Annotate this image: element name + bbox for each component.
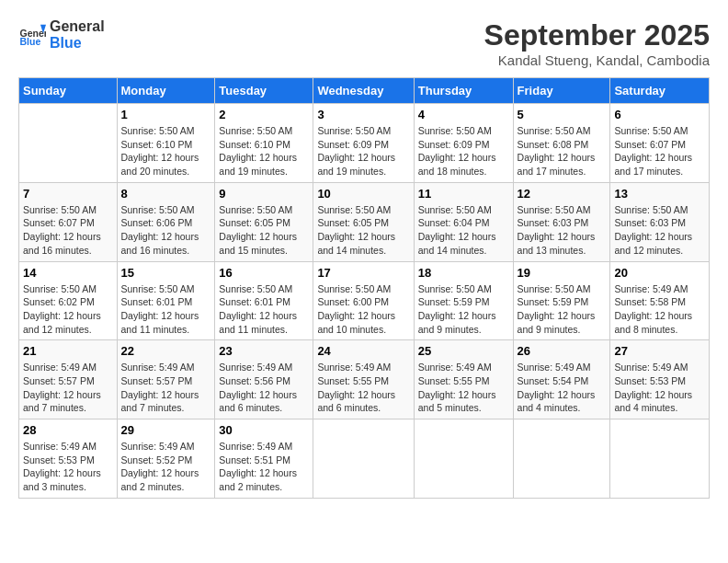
calendar-cell: 4Sunrise: 5:50 AM Sunset: 6:09 PM Daylig… <box>414 104 513 183</box>
calendar-cell: 5Sunrise: 5:50 AM Sunset: 6:08 PM Daylig… <box>513 104 610 183</box>
day-header-thursday: Thursday <box>414 78 513 104</box>
day-number: 4 <box>418 108 509 121</box>
calendar-week-row: 28Sunrise: 5:49 AM Sunset: 5:53 PM Dayli… <box>19 419 710 499</box>
calendar-cell: 8Sunrise: 5:50 AM Sunset: 6:06 PM Daylig… <box>117 182 215 261</box>
day-number: 19 <box>518 266 607 280</box>
calendar-cell: 28Sunrise: 5:49 AM Sunset: 5:53 PM Dayli… <box>19 419 118 499</box>
calendar-cell: 15Sunrise: 5:50 AM Sunset: 6:01 PM Dayli… <box>117 261 215 340</box>
day-info: Sunrise: 5:50 AM Sunset: 5:59 PM Dayligh… <box>418 282 509 337</box>
day-number: 11 <box>418 187 509 201</box>
calendar-week-row: 14Sunrise: 5:50 AM Sunset: 6:02 PM Dayli… <box>19 261 710 340</box>
day-number: 18 <box>418 266 509 280</box>
calendar-cell <box>513 419 610 499</box>
day-info: Sunrise: 5:49 AM Sunset: 5:52 PM Dayligh… <box>121 440 211 494</box>
day-number: 23 <box>219 344 309 358</box>
calendar-week-row: 1Sunrise: 5:50 AM Sunset: 6:10 PM Daylig… <box>19 104 710 183</box>
location-title: Kandal Stueng, Kandal, Cambodia <box>484 52 710 68</box>
day-number: 12 <box>518 187 607 201</box>
logo-icon: General Blue <box>18 21 46 49</box>
day-info: Sunrise: 5:49 AM Sunset: 5:57 PM Dayligh… <box>23 361 113 415</box>
calendar-cell: 12Sunrise: 5:50 AM Sunset: 6:03 PM Dayli… <box>513 182 610 261</box>
day-header-tuesday: Tuesday <box>215 78 313 104</box>
day-info: Sunrise: 5:50 AM Sunset: 6:09 PM Dayligh… <box>317 124 409 178</box>
day-number: 15 <box>121 266 211 280</box>
day-info: Sunrise: 5:50 AM Sunset: 6:03 PM Dayligh… <box>518 203 607 258</box>
calendar-cell: 26Sunrise: 5:49 AM Sunset: 5:54 PM Dayli… <box>513 340 610 419</box>
calendar-cell: 29Sunrise: 5:49 AM Sunset: 5:52 PM Dayli… <box>117 419 215 499</box>
day-header-wednesday: Wednesday <box>313 78 414 104</box>
calendar-cell: 14Sunrise: 5:50 AM Sunset: 6:02 PM Dayli… <box>19 261 118 340</box>
calendar-cell: 1Sunrise: 5:50 AM Sunset: 6:10 PM Daylig… <box>117 104 215 183</box>
calendar-cell: 20Sunrise: 5:49 AM Sunset: 5:58 PM Dayli… <box>610 261 710 340</box>
day-info: Sunrise: 5:50 AM Sunset: 6:07 PM Dayligh… <box>614 124 705 178</box>
day-number: 20 <box>614 266 705 280</box>
day-info: Sunrise: 5:50 AM Sunset: 6:05 PM Dayligh… <box>317 203 409 258</box>
day-info: Sunrise: 5:49 AM Sunset: 5:55 PM Dayligh… <box>418 361 509 415</box>
calendar-cell: 27Sunrise: 5:49 AM Sunset: 5:53 PM Dayli… <box>610 340 710 419</box>
day-info: Sunrise: 5:49 AM Sunset: 5:51 PM Dayligh… <box>219 440 309 494</box>
calendar-cell: 18Sunrise: 5:50 AM Sunset: 5:59 PM Dayli… <box>414 261 513 340</box>
day-number: 8 <box>121 187 211 201</box>
day-number: 21 <box>23 344 113 358</box>
calendar-header-row: SundayMondayTuesdayWednesdayThursdayFrid… <box>19 78 710 104</box>
day-info: Sunrise: 5:49 AM Sunset: 5:58 PM Dayligh… <box>614 282 705 337</box>
day-number: 14 <box>23 266 113 280</box>
day-number: 22 <box>121 344 211 358</box>
day-info: Sunrise: 5:50 AM Sunset: 6:04 PM Dayligh… <box>418 203 509 258</box>
day-info: Sunrise: 5:50 AM Sunset: 6:08 PM Dayligh… <box>518 124 607 178</box>
day-info: Sunrise: 5:49 AM Sunset: 5:53 PM Dayligh… <box>23 440 113 494</box>
title-area: September 2025 Kandal Stueng, Kandal, Ca… <box>484 18 710 68</box>
day-info: Sunrise: 5:50 AM Sunset: 6:10 PM Dayligh… <box>219 124 309 178</box>
day-number: 29 <box>121 423 211 437</box>
day-number: 6 <box>614 108 705 121</box>
day-number: 17 <box>317 266 409 280</box>
calendar-week-row: 21Sunrise: 5:49 AM Sunset: 5:57 PM Dayli… <box>19 340 710 419</box>
calendar-cell: 30Sunrise: 5:49 AM Sunset: 5:51 PM Dayli… <box>215 419 313 499</box>
day-number: 1 <box>121 108 211 121</box>
calendar-cell: 13Sunrise: 5:50 AM Sunset: 6:03 PM Dayli… <box>610 182 710 261</box>
calendar-cell: 23Sunrise: 5:49 AM Sunset: 5:56 PM Dayli… <box>215 340 313 419</box>
calendar-cell: 16Sunrise: 5:50 AM Sunset: 6:01 PM Dayli… <box>215 261 313 340</box>
calendar-cell: 19Sunrise: 5:50 AM Sunset: 5:59 PM Dayli… <box>513 261 610 340</box>
day-info: Sunrise: 5:49 AM Sunset: 5:54 PM Dayligh… <box>518 361 607 415</box>
day-number: 27 <box>614 344 705 358</box>
day-number: 10 <box>317 187 409 201</box>
day-number: 7 <box>23 187 113 201</box>
day-number: 5 <box>518 108 607 121</box>
logo: General Blue General Blue <box>18 18 105 51</box>
day-header-monday: Monday <box>117 78 215 104</box>
day-number: 30 <box>219 423 309 437</box>
calendar-cell: 7Sunrise: 5:50 AM Sunset: 6:07 PM Daylig… <box>19 182 118 261</box>
calendar-cell <box>19 104 118 183</box>
calendar-cell: 3Sunrise: 5:50 AM Sunset: 6:09 PM Daylig… <box>313 104 414 183</box>
calendar-cell <box>610 419 710 499</box>
day-header-friday: Friday <box>513 78 610 104</box>
day-number: 3 <box>317 108 409 121</box>
day-info: Sunrise: 5:50 AM Sunset: 6:01 PM Dayligh… <box>121 282 211 337</box>
month-title: September 2025 <box>484 18 710 52</box>
svg-text:Blue: Blue <box>20 36 41 47</box>
day-info: Sunrise: 5:50 AM Sunset: 6:06 PM Dayligh… <box>121 203 211 258</box>
day-info: Sunrise: 5:49 AM Sunset: 5:53 PM Dayligh… <box>614 361 705 415</box>
day-info: Sunrise: 5:49 AM Sunset: 5:56 PM Dayligh… <box>219 361 309 415</box>
day-info: Sunrise: 5:49 AM Sunset: 5:55 PM Dayligh… <box>317 361 409 415</box>
day-info: Sunrise: 5:50 AM Sunset: 5:59 PM Dayligh… <box>518 282 607 337</box>
day-number: 25 <box>418 344 509 358</box>
calendar-cell: 25Sunrise: 5:49 AM Sunset: 5:55 PM Dayli… <box>414 340 513 419</box>
calendar-cell <box>313 419 414 499</box>
day-number: 13 <box>614 187 705 201</box>
calendar-cell: 10Sunrise: 5:50 AM Sunset: 6:05 PM Dayli… <box>313 182 414 261</box>
day-number: 28 <box>23 423 113 437</box>
day-info: Sunrise: 5:50 AM Sunset: 6:05 PM Dayligh… <box>219 203 309 258</box>
calendar-cell: 24Sunrise: 5:49 AM Sunset: 5:55 PM Dayli… <box>313 340 414 419</box>
day-info: Sunrise: 5:50 AM Sunset: 6:09 PM Dayligh… <box>418 124 509 178</box>
day-info: Sunrise: 5:50 AM Sunset: 6:01 PM Dayligh… <box>219 282 309 337</box>
day-info: Sunrise: 5:50 AM Sunset: 6:07 PM Dayligh… <box>23 203 113 258</box>
calendar-cell: 22Sunrise: 5:49 AM Sunset: 5:57 PM Dayli… <box>117 340 215 419</box>
calendar-cell: 2Sunrise: 5:50 AM Sunset: 6:10 PM Daylig… <box>215 104 313 183</box>
day-number: 26 <box>518 344 607 358</box>
page-header: General Blue General Blue September 2025… <box>18 18 710 68</box>
calendar-table: SundayMondayTuesdayWednesdayThursdayFrid… <box>18 77 710 499</box>
day-info: Sunrise: 5:50 AM Sunset: 6:00 PM Dayligh… <box>317 282 409 337</box>
day-number: 2 <box>219 108 309 121</box>
